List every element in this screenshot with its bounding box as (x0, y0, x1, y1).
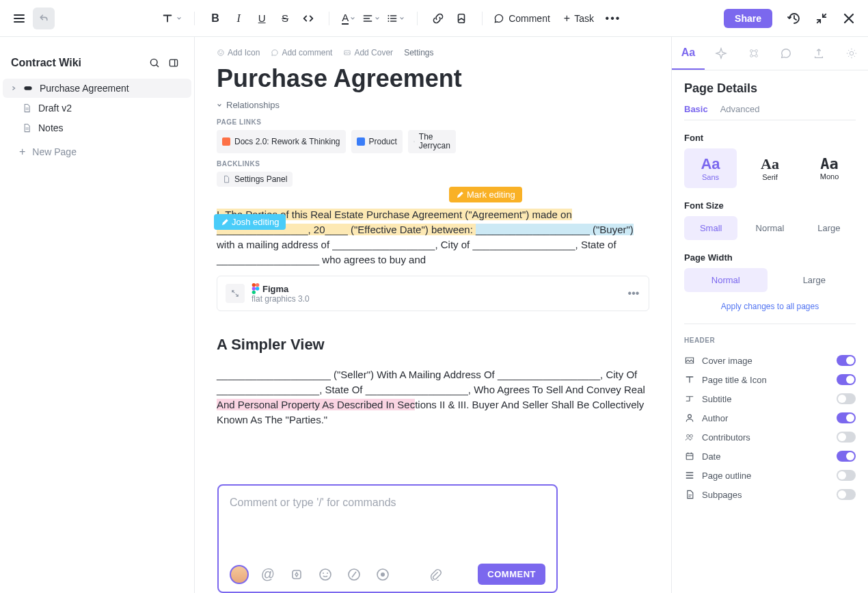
row-icon (684, 432, 695, 443)
task-toolbar-button[interactable]: + Task (558, 10, 599, 27)
toggle-switch[interactable] (837, 412, 856, 423)
relationships-toggle[interactable]: Relationships (217, 100, 649, 110)
attach-icon[interactable] (426, 565, 445, 584)
sidebar-item-label: Draft v2 (38, 103, 72, 114)
toggle-switch[interactable] (837, 451, 856, 462)
align-dropdown[interactable] (360, 8, 383, 29)
panel-icon[interactable] (164, 53, 183, 73)
chevron-down-icon (217, 103, 222, 108)
wiki-title: Contract Wiki (11, 57, 145, 69)
toggle-switch[interactable] (837, 355, 856, 366)
sidebar-item-purchase-agreement[interactable]: Purchase Agreement (3, 79, 191, 98)
italic-button[interactable]: I (228, 8, 249, 29)
toggle-row: Cover image (684, 351, 856, 370)
svg-rect-5 (169, 60, 177, 66)
font-option-serif[interactable]: AaSerif (744, 148, 796, 188)
page-link-chip[interactable]: Product (351, 130, 403, 153)
more-icon[interactable]: ••• (602, 8, 624, 29)
collapse-icon[interactable] (811, 8, 832, 29)
toggle-switch[interactable] (837, 374, 856, 385)
add-icon-button[interactable]: Add Icon (217, 48, 260, 57)
subtab-advanced[interactable]: Advanced (720, 104, 760, 114)
assign-icon[interactable] (287, 565, 306, 584)
comment-toolbar-button[interactable]: Comment (488, 10, 556, 27)
history-icon[interactable] (783, 8, 805, 29)
toggle-row: Page title & Icon (684, 370, 856, 389)
toggle-row: Author (684, 408, 856, 427)
tab-comments[interactable] (770, 37, 802, 70)
sidebar-item-draft-v2[interactable]: Draft v2 (3, 98, 191, 118)
link-button[interactable] (427, 8, 449, 29)
toggle-switch[interactable] (837, 393, 856, 404)
tab-export[interactable] (802, 37, 835, 70)
topbar: B I U S A Comment + Task ••• Share (0, 0, 868, 37)
sidebar: Contract Wiki Purchase Agreement Draft v… (0, 37, 195, 593)
emoji-icon[interactable] (316, 565, 335, 584)
comment-input[interactable]: Comment or type '/' for commands (230, 497, 545, 558)
pencil-icon (221, 218, 229, 226)
size-option-small[interactable]: Small (684, 216, 737, 240)
close-icon[interactable] (838, 8, 860, 29)
controller-icon (23, 83, 33, 93)
page-link-chip[interactable]: Docs 2.0: Rework & Thinking (217, 130, 346, 153)
figma-icon (252, 283, 260, 294)
menu-icon[interactable] (8, 8, 30, 29)
font-option-mono[interactable]: AaMono (803, 148, 856, 188)
section-heading[interactable]: A Simpler View (217, 336, 649, 354)
toggle-switch[interactable] (837, 470, 856, 481)
pencil-icon (456, 191, 464, 199)
folder-icon (357, 137, 365, 146)
font-option-sans[interactable]: AaSans (684, 148, 737, 188)
text-style-dropdown[interactable] (159, 8, 185, 29)
svg-point-22 (687, 434, 690, 437)
slash-icon[interactable] (344, 565, 364, 584)
svg-point-4 (150, 59, 157, 66)
svg-point-23 (690, 434, 692, 437)
toggle-switch[interactable] (837, 489, 856, 500)
mark-editing-tag: Mark editing (449, 187, 522, 202)
tab-typography[interactable]: Aa (672, 37, 705, 70)
toggle-switch[interactable] (837, 432, 856, 443)
undo-button[interactable] (33, 8, 55, 29)
svg-rect-24 (686, 453, 693, 460)
bookmark-button[interactable] (450, 8, 472, 29)
settings-link[interactable]: Settings (404, 48, 433, 57)
underline-button[interactable]: U (251, 8, 273, 29)
figma-embed[interactable]: Figma flat graphics 3.0 ••• (217, 276, 649, 311)
page-link-chip[interactable]: The Jerrycan (408, 130, 456, 153)
tab-settings[interactable] (835, 37, 868, 70)
size-option-large[interactable]: Large (802, 216, 856, 240)
apply-all-link[interactable]: Apply changes to all pages (684, 302, 856, 311)
add-cover-button[interactable]: Add Cover (343, 48, 393, 57)
doc-icon (222, 175, 230, 183)
body-paragraph[interactable]: ____________________ ("Seller") With A M… (217, 367, 649, 427)
subtab-basic[interactable]: Basic (684, 104, 708, 114)
share-button[interactable]: Share (724, 9, 772, 28)
size-option-normal[interactable]: Normal (743, 216, 796, 240)
doc-icon (22, 103, 31, 113)
page-title[interactable]: Purchase Agreement (217, 64, 649, 93)
bold-button[interactable]: B (204, 8, 226, 29)
add-comment-button[interactable]: Add comment (271, 48, 332, 57)
tab-ai[interactable] (705, 37, 737, 70)
record-icon[interactable] (373, 565, 392, 584)
code-button[interactable] (297, 8, 319, 29)
expand-icon[interactable] (226, 284, 245, 303)
search-icon[interactable] (145, 53, 164, 73)
width-option-normal[interactable]: Normal (684, 268, 768, 292)
embed-more-icon[interactable]: ••• (627, 287, 640, 300)
svg-point-26 (320, 569, 331, 580)
avatar[interactable] (230, 565, 249, 584)
text-color-dropdown[interactable]: A (339, 8, 358, 29)
sidebar-item-notes[interactable]: Notes (3, 118, 191, 137)
list-dropdown[interactable] (384, 8, 407, 29)
toggle-row: Contributors (684, 427, 856, 447)
width-option-large[interactable]: Large (773, 268, 856, 292)
new-page-button[interactable]: + New Page (3, 142, 191, 162)
mention-icon[interactable]: @ (258, 565, 277, 584)
comment-submit-button[interactable]: COMMENT (478, 564, 545, 585)
tab-stats[interactable] (737, 37, 770, 70)
strike-button[interactable]: S (274, 8, 296, 29)
svg-point-17 (755, 50, 757, 53)
backlink-chip[interactable]: Settings Panel (217, 172, 293, 187)
